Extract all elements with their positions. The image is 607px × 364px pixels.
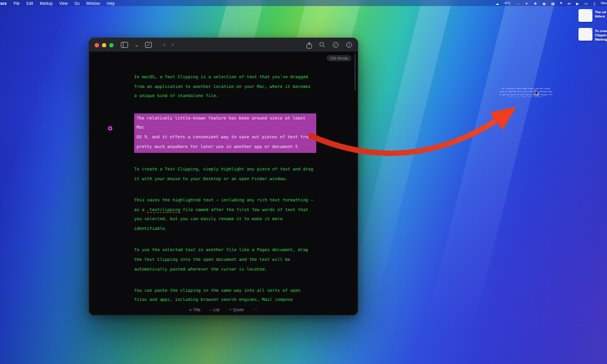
share-icon[interactable] xyxy=(307,42,312,49)
status-icon-8[interactable]: ▭ xyxy=(585,1,588,5)
new-sheet-icon[interactable] xyxy=(145,42,152,48)
shortcut-title[interactable]: #Title xyxy=(189,308,200,312)
quote-icon: ❝ xyxy=(229,308,231,312)
menu-view[interactable]: View xyxy=(59,1,68,5)
title-icon: # xyxy=(189,308,191,312)
paragraph-4[interactable]: This saves the highlighted text — includ… xyxy=(134,196,314,234)
textclipping-file-icon[interactable] xyxy=(578,9,592,22)
status-icon-6[interactable]: ⇄ xyxy=(568,1,571,5)
paragraph-marker-dot[interactable] xyxy=(108,126,112,130)
menu-edit[interactable]: Edit xyxy=(26,1,33,5)
file-label: To creaClippinWaiting xyxy=(595,28,607,41)
editor-content[interactable]: 291 Words In macOS, a Text Clipping is a… xyxy=(89,52,358,303)
menubar-overflow-icon[interactable]: ⋯ xyxy=(516,1,520,5)
mouse-cursor xyxy=(535,90,540,96)
status-icon-4[interactable]: ▦ xyxy=(551,1,555,5)
shortcut-quote[interactable]: ❝Quote xyxy=(229,308,244,312)
word-count-badge: 291 Words xyxy=(327,55,351,61)
list-icon: • xyxy=(210,308,211,312)
status-icon-1[interactable]: ✦ xyxy=(525,1,528,5)
menu-help[interactable]: Help xyxy=(107,1,115,5)
pilcrow-mark: ¶ xyxy=(295,144,297,149)
back-icon[interactable]: ‹ xyxy=(163,42,165,48)
status-icon-9[interactable]: ▯ xyxy=(593,1,595,5)
menu-go[interactable]: Go xyxy=(75,1,80,5)
status-icon-2[interactable]: ❖ xyxy=(534,1,537,5)
textclipping-file-icon[interactable] xyxy=(578,28,592,41)
close-button[interactable] xyxy=(95,43,99,47)
shortcut-list[interactable]: •List xyxy=(210,308,219,312)
file-label: The rellittle-k xyxy=(595,9,606,22)
scrollbar[interactable] xyxy=(354,54,356,90)
paragraph-2-highlighted[interactable]: The relatively little-known feature has … xyxy=(134,113,316,153)
paragraph-1[interactable]: In macOS, a Text Clipping is a selection… xyxy=(134,73,314,101)
window-titlebar[interactable]: ⌄ ‹ › xyxy=(89,38,358,52)
dropped-clipping-preview: The relatively little-known feature has … xyxy=(499,88,552,97)
paragraph-5[interactable]: To use the selected text in another file… xyxy=(134,246,314,274)
menu-markup[interactable]: Markup xyxy=(40,1,53,5)
zoom-button[interactable] xyxy=(109,43,114,47)
weather-icon[interactable]: ☁ xyxy=(495,1,499,5)
shortcut-bar: #Title •List ❝Quote ··· xyxy=(89,305,358,315)
sidebar-chevron-icon[interactable]: ⌄ xyxy=(134,42,139,48)
markup-check-icon[interactable] xyxy=(333,42,339,48)
status-icon-7[interactable]: ▶ xyxy=(576,1,579,5)
minimize-button[interactable] xyxy=(102,43,106,47)
menu-window[interactable]: Window xyxy=(86,1,100,5)
desktop-file-clipping-2[interactable]: To creaClippinWaiting xyxy=(578,28,607,41)
search-icon[interactable] xyxy=(319,42,325,48)
info-icon[interactable] xyxy=(346,42,352,48)
menu-bar: Ulysses File Edit Markup View Go Window … xyxy=(0,0,607,6)
weather-temp[interactable]: 4°C xyxy=(504,1,510,5)
desktop-file-clipping-1[interactable]: The rellittle-k xyxy=(578,9,606,22)
status-icon-5[interactable]: ♥ xyxy=(560,1,563,5)
document-text[interactable]: In macOS, a Text Clipping is a selection… xyxy=(134,73,314,315)
menu-file[interactable]: File xyxy=(13,1,19,5)
forward-icon[interactable]: › xyxy=(171,42,174,48)
ulysses-window: ⌄ ‹ › 291 Words In macOS, xyxy=(89,38,358,315)
spellcheck-word[interactable]: .textclipping xyxy=(147,207,180,213)
sidebar-toggle-icon[interactable] xyxy=(121,42,128,48)
menu-app-name[interactable]: Ulysses xyxy=(0,1,7,5)
menubar-clock[interactable]: Wed xyxy=(601,1,607,5)
shortcut-more-icon[interactable]: ··· xyxy=(254,308,258,312)
paragraph-3[interactable]: To create a Text Clipping, simply highli… xyxy=(134,165,314,184)
status-icon-3[interactable]: ◉ xyxy=(543,1,546,5)
